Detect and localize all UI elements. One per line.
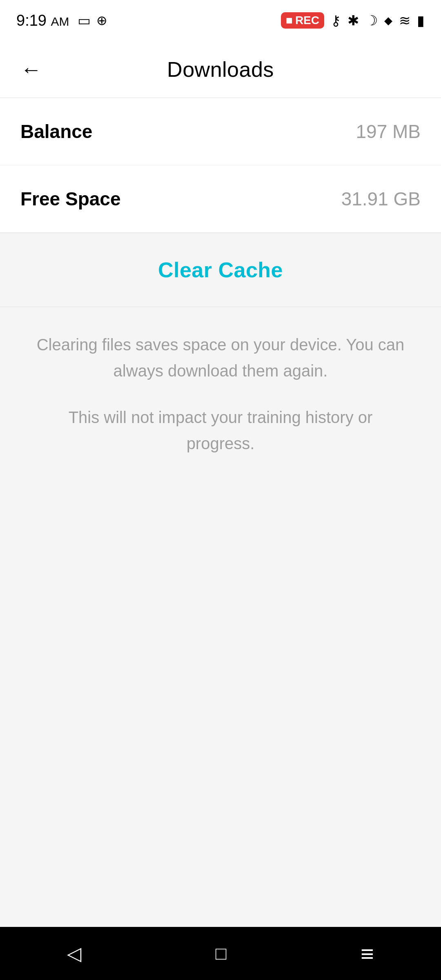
rec-icon: ■ <box>286 14 293 27</box>
battery-icon: ▮ <box>417 12 425 29</box>
moon-icon: ☽ <box>365 12 378 29</box>
page-title: Downloads <box>167 57 274 82</box>
time-text: 9:19 <box>16 12 47 29</box>
rec-badge: ■ REC <box>281 12 324 29</box>
nav-back-icon: ◁ <box>67 942 81 964</box>
status-left: 9:19 AM ▭ ⊕ <box>16 12 107 29</box>
nav-menu-icon: ≡ <box>361 940 374 967</box>
description-text-1: Clearing files saves space on your devic… <box>33 332 408 384</box>
back-button[interactable]: ← <box>16 53 46 86</box>
free-space-label: Free Space <box>20 188 120 210</box>
camera-icon: ▭ <box>78 12 91 29</box>
description-section: Clearing files saves space on your devic… <box>0 307 441 481</box>
free-space-value: 31.91 GB <box>341 188 421 210</box>
status-bar: 9:19 AM ▭ ⊕ ■ REC ⚷ ✱ ☽ ◆ ≋ ▮ <box>0 0 441 41</box>
main-fill <box>0 481 441 971</box>
balance-value: 197 MB <box>356 120 421 143</box>
rec-label: REC <box>295 14 319 27</box>
content: Balance 197 MB Free Space 31.91 GB Clear… <box>0 98 441 971</box>
status-icons-left: ▭ ⊕ <box>78 12 107 29</box>
bottom-nav: ◁ □ ≡ <box>0 927 441 980</box>
wifi-icon: ≋ <box>399 12 410 29</box>
clear-cache-section: Clear Cache <box>0 233 441 307</box>
clear-cache-button[interactable]: Clear Cache <box>158 258 283 282</box>
status-time: 9:19 AM <box>16 12 69 29</box>
back-arrow-icon: ← <box>20 58 42 81</box>
nav-menu-button[interactable]: ≡ <box>344 932 390 975</box>
drop-icon: ◆ <box>384 14 392 27</box>
app-bar: ← Downloads <box>0 41 441 98</box>
key-icon: ⚷ <box>331 12 341 29</box>
nav-home-button[interactable]: □ <box>199 935 243 972</box>
balance-label: Balance <box>20 120 92 143</box>
nav-back-button[interactable]: ◁ <box>51 934 98 973</box>
bluetooth-icon: ✱ <box>347 12 359 29</box>
free-space-row: Free Space 31.91 GB <box>0 165 441 233</box>
description-text-2: This will not impact your training histo… <box>33 404 408 457</box>
balance-row: Balance 197 MB <box>0 98 441 165</box>
nav-square-icon: □ <box>216 943 227 964</box>
shield-icon: ⊕ <box>96 13 107 28</box>
ampm-text: AM <box>51 15 69 28</box>
status-right: ■ REC ⚷ ✱ ☽ ◆ ≋ ▮ <box>281 12 425 29</box>
